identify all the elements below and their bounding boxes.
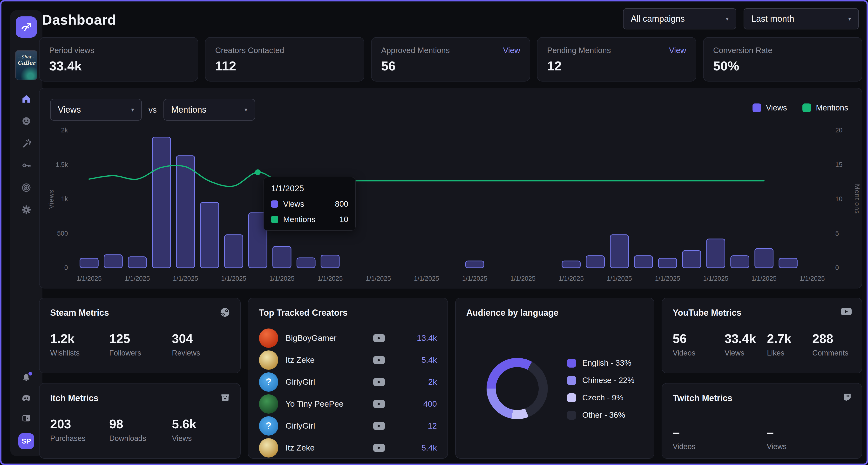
- legend-label: Mentions: [816, 103, 848, 113]
- legend-item-views[interactable]: Views: [752, 103, 787, 113]
- sidebar-item-creators[interactable]: [21, 116, 32, 126]
- metric-value: –: [767, 425, 851, 439]
- chart-tooltip: 1/1/2025 Views 800 Mentions 10: [264, 177, 355, 230]
- tooltip-date: 1/1/2025: [271, 184, 348, 193]
- creator-row[interactable]: BigBoyGamer 13.4k: [259, 328, 437, 348]
- metric-followers: 125 Followers: [109, 331, 172, 358]
- views-bar[interactable]: [779, 258, 797, 268]
- views-bar[interactable]: [321, 255, 339, 268]
- stat-value: 50%: [713, 58, 852, 73]
- audience-by-language-card: Audience by language English - 33% Chine…: [455, 298, 654, 459]
- metric-wishlists: 1.2k Wishlists: [50, 331, 109, 358]
- x-axis-tick: 1/1/2025: [125, 275, 150, 282]
- x-axis-tick: 1/1/2025: [462, 275, 488, 282]
- youtube-icon: [372, 399, 386, 409]
- sidebar-item-campaigns[interactable]: [21, 138, 32, 149]
- mentions-swatch: [271, 216, 278, 223]
- left-axis-tick: 1.5k: [56, 161, 68, 168]
- metric-label: Videos: [673, 349, 724, 358]
- left-axis-tick: 0: [64, 264, 68, 271]
- card-title: Itch Metrics: [50, 393, 229, 403]
- metric-a-dropdown[interactable]: Views ▾: [50, 99, 142, 121]
- legend-label: English - 33%: [582, 359, 631, 368]
- views-bar[interactable]: [200, 203, 219, 268]
- legend-swatch: [567, 393, 576, 402]
- game-thumbnail[interactable]: ~Shot~ Caller: [15, 50, 37, 80]
- notifications-button[interactable]: [21, 372, 32, 383]
- creator-row[interactable]: Itz Zeke 5.4k: [259, 350, 437, 370]
- mentions-legend-swatch: [802, 103, 811, 112]
- creator-row[interactable]: Yo Tiny PeePee 400: [259, 394, 437, 414]
- tooltip-label: Views: [283, 199, 304, 209]
- date-filter-dropdown[interactable]: Last month ▾: [744, 8, 859, 29]
- app-logo[interactable]: [16, 17, 37, 38]
- metric-b-dropdown[interactable]: Mentions ▾: [163, 99, 255, 121]
- views-legend-swatch: [752, 103, 761, 112]
- creator-row[interactable]: ? GirlyGirl 12: [259, 416, 437, 436]
- youtube-icon: [840, 307, 852, 316]
- views-bar[interactable]: [683, 251, 701, 268]
- right-metrics-column: YouTube Metrics 56 Videos 33.4k Views 2.…: [661, 298, 862, 459]
- views-bar[interactable]: [273, 247, 291, 268]
- language-donut-chart[interactable]: [487, 358, 548, 419]
- metric-value: 5.6k: [172, 417, 229, 431]
- view-approved-mentions-link[interactable]: View: [503, 46, 520, 55]
- views-bar[interactable]: [152, 137, 171, 268]
- views-bar[interactable]: [562, 261, 580, 268]
- chevron-down-icon: ▾: [848, 16, 851, 22]
- views-bar[interactable]: [297, 258, 315, 268]
- legend-label: Views: [766, 103, 787, 113]
- metric-value: 125: [109, 331, 172, 346]
- game-title-line1: ~Shot~: [18, 55, 35, 59]
- sidebar-item-keys[interactable]: [21, 160, 32, 171]
- creator-views: 5.4k: [386, 443, 437, 453]
- bottom-grid: Steam Metrics 1.2k Wishlists 125: [39, 298, 862, 459]
- sidebar-item-goals[interactable]: [21, 182, 32, 193]
- views-bar[interactable]: [586, 256, 604, 268]
- user-avatar[interactable]: SP: [18, 433, 34, 449]
- metric-value: –: [673, 425, 767, 439]
- vs-label: vs: [149, 105, 157, 115]
- views-bar[interactable]: [128, 257, 147, 268]
- highlight-dot[interactable]: [255, 169, 261, 175]
- campaign-filter-dropdown[interactable]: All campaigns ▾: [623, 8, 736, 29]
- x-axis-tick: 1/1/2025: [800, 275, 825, 282]
- creator-row[interactable]: Itz Zeke 5.4k: [259, 438, 437, 458]
- views-bar[interactable]: [634, 256, 653, 268]
- stat-value: 12: [547, 58, 686, 73]
- creator-views: 13.4k: [386, 333, 437, 343]
- views-bar[interactable]: [610, 235, 628, 268]
- stat-label: Period views: [49, 46, 188, 55]
- discord-button[interactable]: [21, 393, 32, 403]
- creator-row[interactable]: ? GirlyGirl 2k: [259, 372, 437, 392]
- views-bar[interactable]: [466, 261, 484, 268]
- views-bar[interactable]: [755, 249, 773, 268]
- views-bar[interactable]: [80, 258, 98, 268]
- views-bar[interactable]: [176, 156, 194, 268]
- tooltip-value: 800: [335, 199, 348, 209]
- metric-label: Videos: [673, 442, 767, 451]
- metric-comments: 288 Comments: [812, 331, 851, 358]
- views-bar[interactable]: [707, 239, 725, 268]
- stat-card-approved-mentions: Approved Mentions 56 View: [371, 37, 530, 82]
- card-title: Top Tracked Creators: [259, 308, 437, 318]
- right-axis-tick: 10: [835, 195, 842, 203]
- views-bar[interactable]: [104, 255, 123, 268]
- metric-twitch-views: – Views: [767, 417, 851, 451]
- right-axis-tick: 5: [835, 230, 839, 237]
- legend-swatch: [567, 359, 576, 368]
- legend-item-mentions[interactable]: Mentions: [802, 103, 848, 113]
- x-axis-tick: 1/1/2025: [221, 275, 246, 282]
- target-icon: [21, 183, 31, 193]
- comparison-chart-card: Views ▾ vs Mentions ▾ Views Mentions 2k1…: [39, 88, 862, 288]
- view-pending-mentions-link[interactable]: View: [669, 46, 686, 55]
- views-bar[interactable]: [658, 258, 677, 268]
- stat-card-creators-contacted: Creators Contacted 112: [205, 37, 364, 82]
- collapse-sidebar-button[interactable]: [21, 413, 32, 424]
- sidebar-item-settings[interactable]: [21, 205, 32, 215]
- views-bar[interactable]: [224, 235, 243, 268]
- tooltip-row-views: Views 800: [271, 199, 348, 209]
- views-bar[interactable]: [731, 256, 749, 268]
- sidebar-item-home[interactable]: [21, 94, 32, 104]
- twitch-metrics: – Videos – Views: [673, 417, 851, 451]
